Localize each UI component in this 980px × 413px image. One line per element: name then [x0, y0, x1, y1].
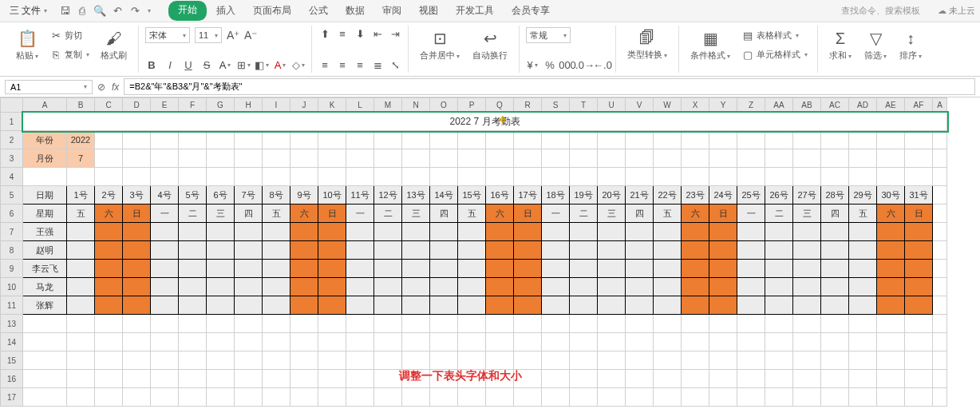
cond-format-button[interactable]: ▦ 条件格式▾	[686, 27, 735, 63]
font-size-select[interactable]: 11▾	[195, 27, 222, 43]
weekday-cell[interactable]: 三	[598, 205, 626, 223]
attendance-cell[interactable]	[598, 278, 626, 296]
italic-icon[interactable]: I	[164, 58, 176, 71]
attendance-cell[interactable]	[793, 241, 821, 260]
row-header[interactable]: 17	[1, 388, 23, 407]
fill-icon[interactable]: ◧▾	[255, 58, 268, 71]
col-header[interactable]: Q	[486, 98, 514, 113]
attendance-cell[interactable]	[318, 260, 346, 278]
date-cell[interactable]: 13号	[402, 186, 430, 205]
tab-vip[interactable]: 会员专享	[504, 1, 558, 21]
attendance-cell[interactable]	[67, 296, 95, 315]
title-cell[interactable]: 2022 7 月考勤表✥	[23, 113, 947, 131]
row-header[interactable]: 14	[1, 333, 23, 351]
attendance-cell[interactable]	[290, 260, 318, 278]
indent-inc-icon[interactable]: ⇥	[389, 27, 401, 40]
attendance-cell[interactable]	[905, 223, 933, 241]
attendance-cell[interactable]	[737, 223, 765, 241]
attendance-cell[interactable]	[458, 296, 486, 315]
date-cell[interactable]: 8号	[263, 186, 290, 205]
attendance-cell[interactable]	[235, 241, 263, 260]
row-header[interactable]: 9	[1, 260, 23, 278]
wrap-text-button[interactable]: ↩ 自动换行	[468, 27, 512, 63]
weekday-cell[interactable]: 六	[95, 205, 123, 223]
date-cell[interactable]: 23号	[682, 186, 709, 205]
attendance-cell[interactable]	[458, 260, 486, 278]
col-header[interactable]: R	[514, 98, 542, 113]
col-header[interactable]: AB	[793, 98, 821, 113]
row-header[interactable]: 15	[1, 351, 23, 370]
row-header[interactable]: 3	[1, 149, 23, 168]
attendance-cell[interactable]	[179, 260, 207, 278]
weekday-cell[interactable]: 五	[67, 205, 95, 223]
attendance-cell[interactable]	[626, 223, 654, 241]
attendance-cell[interactable]	[374, 296, 402, 315]
attendance-cell[interactable]	[682, 223, 709, 241]
col-header[interactable]: X	[682, 98, 709, 113]
weekday-cell[interactable]: 日	[123, 205, 151, 223]
strike-icon[interactable]: S	[200, 58, 213, 71]
col-header[interactable]: AF	[905, 98, 933, 113]
attendance-cell[interactable]	[235, 260, 263, 278]
weekday-cell[interactable]: 日	[905, 205, 933, 223]
name-cell[interactable]: 李云飞	[23, 260, 67, 278]
col-header[interactable]: O	[430, 98, 458, 113]
date-cell[interactable]: 17号	[514, 186, 542, 205]
weekday-cell[interactable]: 六	[290, 205, 318, 223]
font-name-select[interactable]: 宋体▾	[145, 27, 190, 43]
align-bot-icon[interactable]: ⬇	[354, 27, 366, 40]
attendance-cell[interactable]	[542, 278, 570, 296]
tab-layout[interactable]: 页面布局	[245, 1, 299, 21]
table-style-button[interactable]: ▤表格样式▾	[738, 28, 811, 44]
attendance-cell[interactable]	[598, 241, 626, 260]
date-cell[interactable]: 27号	[793, 186, 821, 205]
attendance-cell[interactable]	[793, 223, 821, 241]
attendance-cell[interactable]	[235, 278, 263, 296]
row-header[interactable]: 2	[1, 131, 23, 149]
filter-button[interactable]: ▽ 筛选▾	[859, 27, 891, 63]
weekday-cell[interactable]: 一	[542, 205, 570, 223]
align-just-icon[interactable]: ≣	[371, 58, 384, 71]
col-header[interactable]: A	[23, 98, 67, 113]
attendance-cell[interactable]	[542, 241, 570, 260]
attendance-cell[interactable]	[123, 241, 151, 260]
date-cell[interactable]: 7号	[235, 186, 263, 205]
attendance-cell[interactable]	[123, 223, 151, 241]
row-header[interactable]: 6	[1, 205, 23, 223]
weekday-cell[interactable]: 六	[877, 205, 905, 223]
date-cell[interactable]: 16号	[486, 186, 514, 205]
weekday-cell[interactable]: 日	[514, 205, 542, 223]
attendance-cell[interactable]	[151, 296, 179, 315]
weekday-cell[interactable]: 三	[793, 205, 821, 223]
attendance-cell[interactable]	[765, 296, 793, 315]
col-header[interactable]: S	[542, 98, 570, 113]
attendance-cell[interactable]	[179, 296, 207, 315]
attendance-cell[interactable]	[430, 278, 458, 296]
date-cell[interactable]: 29号	[849, 186, 877, 205]
attendance-cell[interactable]	[290, 223, 318, 241]
attendance-cell[interactable]	[765, 278, 793, 296]
weekday-cell[interactable]: 五	[849, 205, 877, 223]
attendance-cell[interactable]	[207, 223, 235, 241]
align-top-icon[interactable]: ⬆	[318, 27, 331, 40]
attendance-cell[interactable]	[374, 241, 402, 260]
copy-button[interactable]: ⎘复制▾	[46, 47, 93, 63]
tab-data[interactable]: 数据	[338, 1, 373, 21]
attendance-cell[interactable]	[458, 223, 486, 241]
date-cell[interactable]: 28号	[821, 186, 849, 205]
attendance-cell[interactable]	[709, 223, 737, 241]
date-cell[interactable]: 9号	[290, 186, 318, 205]
attendance-cell[interactable]	[709, 241, 737, 260]
attendance-cell[interactable]	[402, 223, 430, 241]
col-header[interactable]: K	[318, 98, 346, 113]
attendance-cell[interactable]	[263, 296, 290, 315]
tab-view[interactable]: 视图	[411, 1, 446, 21]
tab-dev[interactable]: 开发工具	[448, 1, 502, 21]
attendance-cell[interactable]	[263, 278, 290, 296]
date-cell[interactable]: 15号	[458, 186, 486, 205]
formula-input[interactable]: =B2&"年"&B3&"月"&"考勤表"	[124, 78, 975, 95]
attendance-cell[interactable]	[570, 296, 598, 315]
col-header[interactable]: U	[598, 98, 626, 113]
weekday-cell[interactable]: 五	[458, 205, 486, 223]
attendance-cell[interactable]	[486, 260, 514, 278]
